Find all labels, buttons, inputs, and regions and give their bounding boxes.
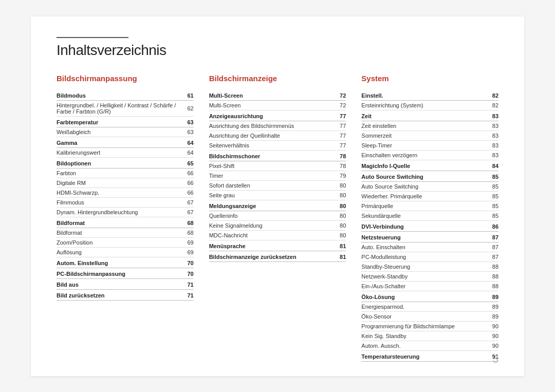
table-row: Farbton66 xyxy=(57,168,194,178)
toc-item-page: 61 xyxy=(182,90,194,101)
toc-item-page: 86 xyxy=(484,220,498,231)
toc-item-page: 81 xyxy=(330,251,346,262)
table-row: HDMI-Schwarzp.66 xyxy=(57,188,194,197)
table-row: Gamma64 xyxy=(57,137,194,147)
column-bildschirmanzeige: Bildschirmanzeige Multi-Screen72Multi-Sc… xyxy=(209,74,362,362)
toc-item-page: 63 xyxy=(182,116,194,127)
table-row: Bildschirmschoner78 xyxy=(209,150,346,161)
toc-item-page: 77 xyxy=(330,110,346,121)
toc-item-label: Bild zurücksetzen xyxy=(57,289,182,300)
table-row: Auto. Einschalten87 xyxy=(361,242,498,252)
table-row: Bildformat68 xyxy=(57,217,194,228)
title-underline xyxy=(57,37,128,38)
toc-item-page: 69 xyxy=(182,247,194,257)
toc-item-label: Bildschirmanzeige zurücksetzen xyxy=(209,251,330,262)
toc-item-label: Sommerzeit xyxy=(361,130,484,140)
toc-item-label: Netzwerk-Standby xyxy=(361,271,484,281)
toc-columns: Bildschirmanpassung Bildmodus61Hintergru… xyxy=(57,74,498,362)
toc-item-label: Zoom/Position xyxy=(57,237,182,247)
toc-item-page: 66 xyxy=(182,188,194,197)
toc-item-label: Auto. Einschalten xyxy=(361,242,484,252)
toc-item-label: Meldungsanzeige xyxy=(209,200,330,211)
toc-item-page: 80 xyxy=(330,230,346,240)
toc-item-page: 85 xyxy=(484,171,498,181)
toc-item-page: 68 xyxy=(182,228,194,237)
table-row: Programmierung für Bildschirmlampe90 xyxy=(361,321,498,331)
toc-item-label: Seitenverhältnis xyxy=(209,140,330,150)
page: Inhaltsverzeichnis Bildschirmanpassung B… xyxy=(31,16,524,376)
page-title: Inhaltsverzeichnis xyxy=(57,42,498,59)
toc-item-page: 77 xyxy=(330,130,346,140)
table-row: DVI-Verbindung86 xyxy=(361,220,498,231)
toc-item-label: Ersteinrichtung (System) xyxy=(361,100,484,110)
toc-table-col2: Multi-Screen72Multi-Screen72Anzeigeausri… xyxy=(209,90,346,262)
toc-item-label: Weißabgleich xyxy=(57,127,182,137)
table-row: Bildmodus61 xyxy=(57,90,194,101)
toc-item-page: 82 xyxy=(484,100,498,110)
table-row: Temperatursteuerung91 xyxy=(361,350,498,361)
table-row: Ausrichtung des Bildschirmmenüs77 xyxy=(209,121,346,130)
toc-item-label: Bildformat xyxy=(57,228,182,237)
section-title-col3: System xyxy=(361,74,498,85)
toc-item-page: 80 xyxy=(330,211,346,220)
toc-item-label: Filmmodus xyxy=(57,197,182,207)
toc-item-page: 79 xyxy=(330,171,346,180)
toc-item-page: 64 xyxy=(182,137,194,147)
toc-item-label: Multi-Screen xyxy=(209,100,330,110)
toc-item-label: Programmierung für Bildschirmlampe xyxy=(361,321,484,331)
table-row: Bild aus71 xyxy=(57,278,194,289)
toc-item-page: 66 xyxy=(182,178,194,188)
toc-item-label: Kalibrierungswert xyxy=(57,147,182,157)
toc-item-page: 68 xyxy=(182,217,194,228)
table-row: Digitale RM66 xyxy=(57,178,194,188)
toc-item-page: 89 xyxy=(484,291,498,302)
table-row: Energiesparmod.89 xyxy=(361,302,498,311)
table-row: Öko-Sensor89 xyxy=(361,311,498,321)
toc-item-label: Bildformat xyxy=(57,217,182,228)
toc-item-page: 85 xyxy=(484,191,498,201)
toc-item-label: Sofort darstellen xyxy=(209,180,330,190)
table-row: Zoom/Position69 xyxy=(57,237,194,247)
toc-item-label: Bildmodus xyxy=(57,90,182,101)
table-row: Sommerzeit83 xyxy=(361,130,498,140)
toc-item-page: 67 xyxy=(182,197,194,207)
toc-item-label: Farbton xyxy=(57,168,182,178)
table-row: Netzwerk-Standby88 xyxy=(361,271,498,281)
toc-item-label: Wiederher. Primärquelle xyxy=(361,191,484,201)
table-row: Seitenverhältnis77 xyxy=(209,140,346,150)
toc-item-page: 71 xyxy=(182,289,194,300)
table-row: Farbtemperatur63 xyxy=(57,116,194,127)
table-row: Kein Sig. Standby90 xyxy=(361,331,498,341)
table-row: Multi-Screen72 xyxy=(209,100,346,110)
toc-item-label: Ausrichtung der Quellinhalte xyxy=(209,130,330,140)
table-row: Ersteinrichtung (System)82 xyxy=(361,100,498,110)
toc-item-label: Öko-Sensor xyxy=(361,311,484,321)
table-row: Sofort darstellen80 xyxy=(209,180,346,190)
toc-item-page: 63 xyxy=(182,127,194,137)
section-title-col1: Bildschirmanpassung xyxy=(57,74,194,85)
toc-item-label: Auto Source Switching xyxy=(361,181,484,191)
toc-item-page: 83 xyxy=(484,110,498,121)
table-row: Multi-Screen72 xyxy=(209,90,346,101)
toc-item-page: 90 xyxy=(484,341,498,350)
table-row: Zeit83 xyxy=(361,110,498,121)
toc-item-page: 85 xyxy=(484,201,498,211)
toc-item-label: Auto Source Switching xyxy=(361,171,484,181)
toc-item-label: Seite grau xyxy=(209,190,330,200)
toc-item-page: 71 xyxy=(182,278,194,289)
table-row: MDC-Nachricht80 xyxy=(209,230,346,240)
toc-item-page: 77 xyxy=(330,121,346,130)
toc-item-label: Öko-Lösung xyxy=(361,291,484,302)
toc-item-page: 64 xyxy=(182,147,194,157)
toc-item-page: 90 xyxy=(484,321,498,331)
toc-item-page: 77 xyxy=(330,140,346,150)
toc-item-page: 85 xyxy=(484,181,498,191)
table-row: Sleep-Timer83 xyxy=(361,140,498,150)
table-row: Zeit einstellen83 xyxy=(361,121,498,130)
toc-item-page: 62 xyxy=(182,100,194,116)
toc-item-page: 83 xyxy=(484,150,498,160)
table-row: Seite grau80 xyxy=(209,190,346,200)
toc-item-page: 88 xyxy=(484,281,498,291)
toc-item-label: Anzeigeausrichtung xyxy=(209,110,330,121)
table-row: Bildformat68 xyxy=(57,228,194,237)
